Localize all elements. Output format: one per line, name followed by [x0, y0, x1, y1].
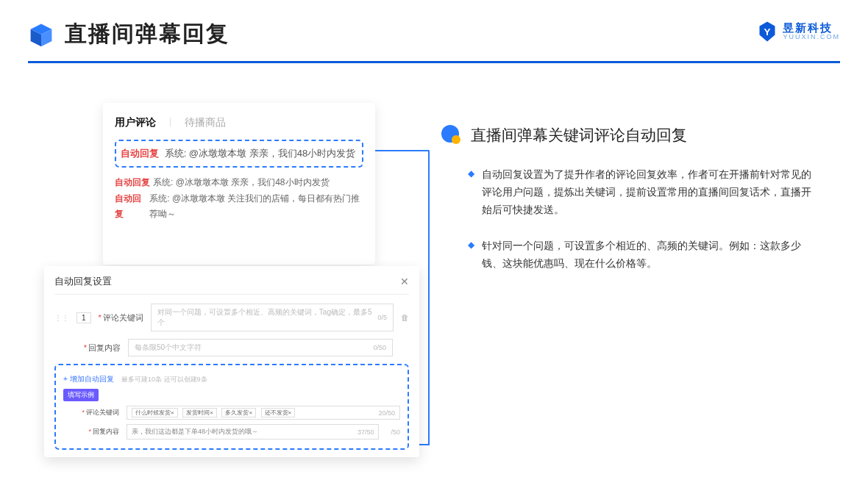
reply-text-2: 系统: @冰墩墩本墩 亲亲，我们48小时内发货	[153, 175, 330, 191]
svg-text:Y: Y	[764, 26, 771, 37]
cube-icon	[28, 21, 54, 48]
header-rule	[28, 61, 840, 63]
bullet-text-1: 自动回复设置为了提升作者的评论回复效率，作者可在开播前针对常见的评论用户问题，提…	[482, 166, 813, 218]
diamond-icon: ◆	[468, 168, 474, 218]
example-keyword-label: *评论关键词	[78, 408, 119, 417]
add-reply-meta: 最多可建10条 还可以创建9条	[121, 376, 207, 383]
section-header: 直播间弹幕关键词评论自动回复	[441, 125, 831, 146]
reply-label: *回复内容	[79, 342, 121, 354]
rule-index: 1	[77, 312, 91, 323]
brand-sub: YUUXIN.COM	[783, 34, 840, 41]
delete-icon[interactable]: 🗑	[401, 313, 409, 322]
diamond-icon: ◆	[468, 240, 474, 273]
bullet-item: ◆ 自动回复设置为了提升作者的评论回复效率，作者可在开播前针对常见的评论用户问题…	[441, 166, 831, 218]
example-keyword-tags[interactable]: 什么时候发货× 发货时间× 多久发货× 还不发货× 20/50	[127, 406, 400, 420]
auto-reply-chip: 自动回复	[115, 191, 146, 223]
brand-name: 昱新科技	[783, 22, 840, 35]
reply-line-2: 自动回复 系统: @冰墩墩本墩 亲亲，我们48小时内发货	[115, 175, 363, 191]
page-title: 直播间弹幕回复	[65, 19, 230, 49]
auto-reply-chip: 自动回复	[115, 175, 150, 191]
highlighted-reply: 自动回复 系统: @冰墩墩本墩 亲亲，我们48小时内发货	[115, 140, 363, 168]
keyword-tag[interactable]: 什么时候发货×	[132, 408, 178, 417]
bullet-text-2: 针对同一个问题，可设置多个相近的、高频的关键词。例如：这款多少钱、这块能优惠吗、…	[482, 237, 813, 273]
tab-user-comments[interactable]: 用户评论	[115, 116, 156, 129]
keyword-tag[interactable]: 还不发货×	[261, 408, 296, 417]
brand-logo: Y 昱新科技 YUUXIN.COM	[756, 21, 840, 43]
tab-separator: |	[169, 116, 171, 129]
add-reply-link[interactable]: + 增加自动回复	[63, 375, 114, 383]
auto-reply-chip: 自动回复	[121, 148, 159, 159]
example-reply-label: *回复内容	[78, 427, 119, 437]
keyword-input[interactable]: 对同一个问题，可设置多个相近、高频的关键词，Tag确定，最多5个0/5	[151, 304, 394, 331]
tab-pending-goods[interactable]: 待播商品	[185, 116, 226, 129]
example-pill: 填写示例	[63, 389, 99, 401]
modal-title: 自动回复设置	[54, 275, 112, 288]
page-header: 直播间弹幕回复	[0, 0, 868, 57]
example-box: + 增加自动回复 最多可建10条 还可以创建9条 填写示例 *评论关键词 什么时…	[54, 364, 409, 450]
reply-text-1: 系统: @冰墩墩本墩 亲亲，我们48小时内发货	[165, 148, 356, 159]
auto-reply-settings-modal: 自动回复设置 ✕ ⋮⋮ 1 *评论关键词 对同一个问题，可设置多个相近、高频的关…	[44, 266, 419, 457]
close-icon[interactable]: ✕	[400, 276, 409, 287]
example-reply-input[interactable]: 亲，我们这边都是下单48小时内发货的哦～ 37/50	[127, 424, 379, 439]
keyword-label: *评论关键词	[99, 312, 143, 323]
reply-input[interactable]: 每条限50个中文字符0/50	[128, 339, 393, 356]
keyword-tag[interactable]: 多久发货×	[221, 408, 256, 417]
reply-text-3: 系统: @冰墩墩本墩 关注我们的店铺，每日都有热门推荐呦～	[149, 191, 363, 223]
reply-line-3: 自动回复 系统: @冰墩墩本墩 关注我们的店铺，每日都有热门推荐呦～	[115, 191, 363, 223]
keyword-tag[interactable]: 发货时间×	[182, 408, 217, 417]
bullet-item: ◆ 针对同一个问题，可设置多个相近的、高频的关键词。例如：这款多少钱、这块能优惠…	[441, 237, 831, 273]
brand-icon: Y	[756, 21, 778, 43]
drag-handle-icon[interactable]: ⋮⋮	[54, 314, 69, 322]
bullet-icon	[441, 125, 462, 146]
section-title: 直播间弹幕关键词评论自动回复	[471, 125, 687, 146]
comments-panel: 用户评论 | 待播商品 自动回复 系统: @冰墩墩本墩 亲亲，我们48小时内发货…	[103, 103, 375, 265]
outer-count: /50	[391, 428, 400, 436]
